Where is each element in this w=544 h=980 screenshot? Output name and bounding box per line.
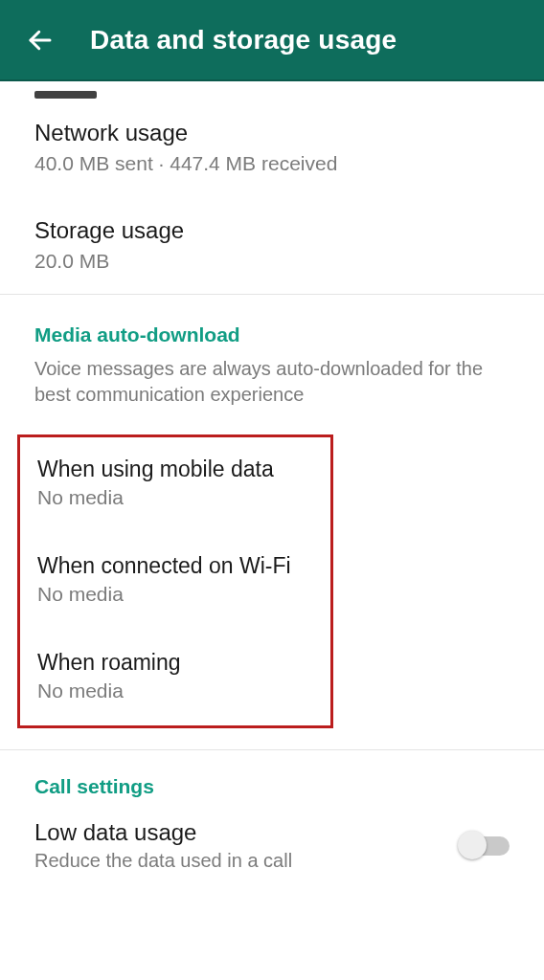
back-arrow-icon (26, 26, 55, 55)
low-data-text: Low data usage Reduce the data used in a… (34, 819, 460, 872)
storage-usage-title: Storage usage (34, 217, 510, 244)
low-data-title: Low data usage (34, 819, 441, 846)
low-data-sub: Reduce the data used in a call (34, 850, 441, 872)
media-section-desc: Voice messages are always auto-downloade… (34, 356, 510, 408)
app-bar: Data and storage usage (0, 0, 544, 81)
roaming-sub: No media (37, 679, 313, 702)
media-auto-download-header: Media auto-download Voice messages are a… (0, 295, 544, 413)
wifi-sub: No media (37, 583, 313, 606)
storage-usage-row[interactable]: Storage usage 20.0 MB (0, 196, 544, 294)
cutoff-text (34, 91, 97, 99)
wifi-row[interactable]: When connected on Wi-Fi No media (20, 528, 330, 625)
call-settings-header: Call settings (0, 750, 544, 800)
call-section-title: Call settings (34, 775, 510, 798)
low-data-usage-row[interactable]: Low data usage Reduce the data used in a… (0, 800, 544, 893)
content: Network usage 40.0 MB sent · 447.4 MB re… (0, 91, 544, 893)
storage-usage-sub: 20.0 MB (34, 250, 510, 273)
network-usage-title: Network usage (34, 120, 510, 146)
mobile-data-title: When using mobile data (37, 457, 313, 482)
media-section-title: Media auto-download (34, 323, 510, 346)
roaming-row[interactable]: When roaming No media (20, 625, 330, 722)
low-data-toggle[interactable] (460, 836, 510, 856)
network-usage-row[interactable]: Network usage 40.0 MB sent · 447.4 MB re… (0, 99, 544, 196)
mobile-data-row[interactable]: When using mobile data No media (20, 441, 330, 528)
network-usage-sub: 40.0 MB sent · 447.4 MB received (34, 152, 510, 175)
roaming-title: When roaming (37, 650, 313, 676)
back-button[interactable] (17, 17, 63, 63)
page-title: Data and storage usage (90, 25, 397, 56)
wifi-title: When connected on Wi-Fi (37, 553, 313, 579)
mobile-data-sub: No media (37, 486, 313, 509)
annotation-highlight-box: When using mobile data No media When con… (17, 434, 333, 728)
